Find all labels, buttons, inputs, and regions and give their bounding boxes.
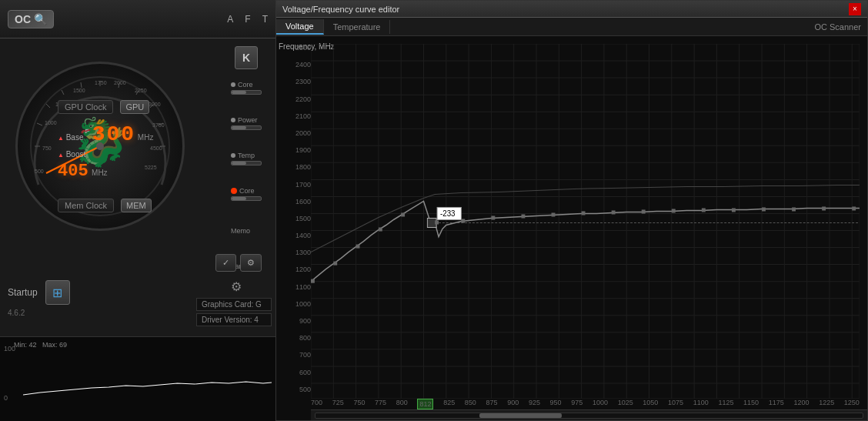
driver-label: Driver Version: bbox=[202, 316, 252, 324]
svg-rect-85 bbox=[435, 220, 439, 224]
core-mhz: 405 bbox=[58, 162, 88, 181]
svg-rect-97 bbox=[792, 207, 796, 211]
x-tick-1175: 1175 bbox=[769, 399, 784, 409]
mem-slider-group: Memo bbox=[231, 222, 273, 236]
y-tick-1400: 1400 bbox=[295, 232, 311, 239]
graphics-card-label: Graphics Card: bbox=[202, 300, 253, 309]
y-tick-1700: 1700 bbox=[295, 181, 311, 189]
vf-tabs: Voltage Temperature OC Scanner bbox=[276, 18, 867, 36]
core2-slider-group: Core bbox=[231, 187, 273, 201]
mem-clock-label: Mem Clock bbox=[58, 199, 114, 212]
tab-temperature[interactable]: Temperature bbox=[324, 20, 391, 34]
base-mhz-unit: MHz bbox=[138, 133, 154, 142]
mem-button[interactable]: MEM bbox=[121, 199, 152, 212]
svg-line-5 bbox=[62, 90, 64, 95]
y-tick-1600: 1600 bbox=[295, 198, 311, 205]
x-tick-825: 825 bbox=[443, 399, 455, 409]
base-label: Base bbox=[66, 133, 84, 142]
y-tick-2100: 2100 bbox=[295, 112, 311, 120]
core-mhz-unit: MHz bbox=[92, 169, 108, 177]
k-button[interactable]: K bbox=[231, 46, 258, 69]
x-tick-800: 800 bbox=[396, 399, 408, 409]
svg-text:500: 500 bbox=[35, 169, 44, 174]
y-tick-500: 500 bbox=[299, 386, 311, 393]
x-tick-1000: 1000 bbox=[593, 399, 608, 409]
y-tick-600: 600 bbox=[299, 369, 311, 376]
top-bar: OC 🔍 A F T bbox=[0, 0, 275, 38]
y-tick-900: 900 bbox=[299, 317, 311, 325]
base-boost-section: ▲ Base 300 MHz ▲ Boost bbox=[58, 119, 153, 160]
x-tick-975: 975 bbox=[571, 399, 583, 409]
y-tick-2500: 2500 bbox=[295, 44, 311, 52]
action-buttons: ✓ ⚙ bbox=[215, 254, 262, 272]
vf-title: Voltage/Frequency curve editor bbox=[282, 5, 399, 14]
scrollbar-thumb[interactable] bbox=[479, 413, 562, 418]
svg-rect-83 bbox=[379, 228, 382, 232]
x-tick-925: 925 bbox=[529, 399, 540, 409]
gpu-button[interactable]: GPU bbox=[120, 100, 149, 114]
x-tick-812: 812 bbox=[417, 399, 433, 409]
mem-slider-label: Memo bbox=[231, 227, 250, 235]
x-tick-1100: 1100 bbox=[693, 399, 709, 409]
mem-clock-row: Mem Clock MEM bbox=[58, 199, 152, 212]
svg-rect-93 bbox=[672, 209, 676, 212]
windows-button[interactable]: ⊞ bbox=[45, 280, 70, 305]
x-tick-1150: 1150 bbox=[743, 399, 759, 409]
svg-rect-82 bbox=[356, 245, 360, 249]
search-icon: 🔍 bbox=[34, 13, 47, 25]
x-tick-775: 775 bbox=[375, 399, 386, 409]
scrollbar[interactable] bbox=[311, 409, 867, 420]
svg-rect-86 bbox=[461, 219, 465, 222]
y-tick-1900: 1900 bbox=[295, 146, 311, 154]
close-button[interactable]: × bbox=[849, 3, 861, 15]
svg-text:-233: -233 bbox=[440, 209, 456, 218]
temp-slider-group: Temp bbox=[231, 152, 273, 165]
svg-rect-88 bbox=[521, 214, 525, 218]
apply-button[interactable]: ✓ bbox=[215, 254, 236, 272]
y-axis: 2500 2400 2300 2200 2100 2000 1900 1800 … bbox=[280, 44, 311, 393]
oc-scanner-button[interactable]: OC Scanner bbox=[808, 20, 867, 34]
tab-voltage[interactable]: Voltage bbox=[276, 19, 324, 35]
tab-a[interactable]: A bbox=[227, 14, 233, 25]
mini-graph-svg bbox=[23, 353, 272, 406]
aft-tabs: A F T bbox=[227, 14, 268, 25]
svg-rect-89 bbox=[552, 212, 556, 216]
core-slider-group: Core bbox=[231, 81, 273, 95]
svg-rect-95 bbox=[732, 208, 736, 212]
x-axis-ticks: 700 725 750 775 800 812 825 850 875 900 … bbox=[311, 399, 860, 409]
mini-graph: 100 0 Min: 42 Max: 69 bbox=[0, 336, 275, 421]
x-tick-950: 950 bbox=[550, 399, 562, 409]
svg-text:3000: 3000 bbox=[149, 102, 161, 107]
chart-container: Frequency, MHz 2500 2400 2300 2200 2100 … bbox=[276, 36, 867, 420]
graphics-card-bar: Graphics Card: G bbox=[196, 298, 272, 311]
driver-bar: Driver Version: 4 bbox=[196, 313, 272, 326]
graphics-card-value: G bbox=[255, 300, 262, 309]
oc-logo[interactable]: OC 🔍 bbox=[8, 10, 54, 28]
x-tick-750: 750 bbox=[353, 399, 365, 409]
x-tick-1025: 1025 bbox=[618, 399, 633, 409]
x-tick-700: 700 bbox=[311, 399, 322, 409]
svg-rect-90 bbox=[582, 211, 586, 215]
scrollbar-track[interactable] bbox=[315, 413, 863, 419]
core-mhz-section: 405 MHz bbox=[58, 162, 108, 181]
y-tick-2200: 2200 bbox=[295, 95, 311, 103]
svg-rect-99 bbox=[852, 206, 856, 210]
tab-t[interactable]: T bbox=[262, 14, 268, 25]
svg-rect-98 bbox=[822, 206, 826, 210]
x-tick-875: 875 bbox=[486, 399, 498, 409]
core-slider-label: Core bbox=[238, 81, 253, 89]
y-tick-1000: 1000 bbox=[295, 300, 311, 308]
power-slider-group: Power bbox=[231, 116, 273, 130]
x-tick-725: 725 bbox=[332, 399, 344, 409]
left-panel: OC 🔍 A F T 🐉 bbox=[0, 0, 277, 421]
oc-text: OC bbox=[15, 13, 31, 25]
max-label: Max: 69 bbox=[42, 341, 67, 349]
y-tick-2300: 2300 bbox=[295, 78, 311, 85]
svg-rect-94 bbox=[702, 208, 706, 212]
tab-f[interactable]: F bbox=[245, 14, 250, 25]
base-mhz: 300 bbox=[92, 122, 135, 146]
svg-text:2250: 2250 bbox=[135, 88, 147, 93]
x-tick-900: 900 bbox=[507, 399, 519, 409]
settings2-button[interactable]: ⚙ bbox=[240, 254, 262, 272]
gpu-clock-label: GPU Clock bbox=[58, 100, 113, 114]
